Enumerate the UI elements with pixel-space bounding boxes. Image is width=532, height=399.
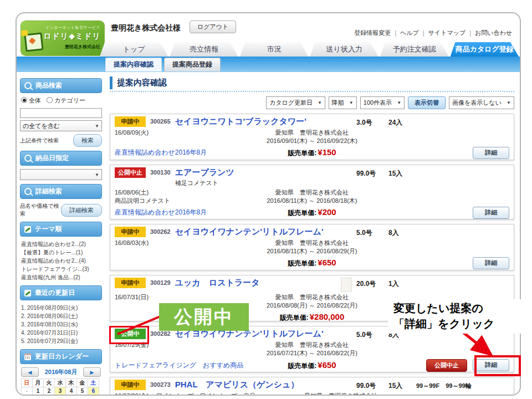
product-name-link[interactable]: セイヨウイワナンテン'リトルフレーム' xyxy=(175,329,324,338)
theme-link[interactable]: 産直情報詰め合わせ2016年8月 xyxy=(115,148,246,157)
card-buttons: 詳細 xyxy=(378,207,509,219)
header-link[interactable]: 登録情報変更 xyxy=(354,29,391,36)
recent-update-item[interactable]: 4. 2016年07月31日(日) xyxy=(21,329,102,337)
page-size-select[interactable]: 100件表示▼ xyxy=(360,96,405,109)
subtab[interactable]: 提案商品登録 xyxy=(164,58,221,71)
display-switch-button[interactable]: 表示切替 xyxy=(408,96,446,109)
tab[interactable]: 商品カタログ登録 xyxy=(451,42,519,57)
delivery-date-select[interactable]: ▼ xyxy=(20,169,102,180)
update-date: 16/08/09(火) xyxy=(115,129,149,136)
dropdown-caret-icon: ▼ xyxy=(95,124,99,129)
page-title: 提案内容確認 xyxy=(110,76,514,89)
price-label: 販売単価: xyxy=(288,362,316,370)
main-tabs: トップ売立情報市況送り状入力予約注文確認商品カタログ登録 xyxy=(100,42,519,57)
detail-button[interactable]: 詳細 xyxy=(473,207,509,219)
update-date: 16/08/06(土) xyxy=(115,189,149,196)
theme-link[interactable]: 産直情報詰め合わせ2016年8月 xyxy=(115,208,246,217)
proposal-id: 300129 xyxy=(150,278,171,286)
theme-list-item[interactable]: 産直情報詰め合わせ2...(2) xyxy=(21,240,102,248)
calendar-date-cell[interactable]: 13 xyxy=(88,395,99,396)
product-name-link[interactable]: エアープランツ xyxy=(175,167,234,177)
radio-all[interactable]: 全体 xyxy=(21,96,41,105)
stop-publication-button[interactable]: 公開中止 xyxy=(426,359,467,372)
date-note: ワインカップ ワインカップ 良品 xyxy=(150,392,255,396)
detail-button[interactable]: 詳細 xyxy=(473,147,509,159)
theme-link[interactable]: トレードフェアライジング おすすめ商品 xyxy=(115,361,246,370)
header-link[interactable]: サイトマップ xyxy=(419,29,466,36)
sale-period: 2016/08/11(木) ～ 2016/08/18(木) xyxy=(198,197,426,205)
calendar-date-cell[interactable]: 10 xyxy=(55,395,66,396)
tab[interactable]: トップ xyxy=(100,42,168,57)
product-extra-spec xyxy=(416,329,509,331)
sidebar-section-recent-updates: 最近の更新日 xyxy=(20,285,102,300)
image-mode-select[interactable]: 画像を表示しない▼ xyxy=(449,96,514,109)
calendar-date-cell[interactable]: 6 xyxy=(88,387,99,395)
recent-update-item[interactable]: 5. 2016年07月29日(金) xyxy=(21,337,102,345)
tab[interactable]: 市況 xyxy=(240,42,309,57)
unit-price: 販売単価:¥200 xyxy=(246,207,377,218)
product-extra-spec: 99～99F 99～99輪 xyxy=(416,380,509,390)
calendar-date-cell: - xyxy=(22,387,33,395)
calendar-date-cell[interactable]: 11 xyxy=(66,395,77,396)
update-date: 16/07/29(金) xyxy=(115,341,149,348)
sidebar-section-title: 詳細検索 xyxy=(35,187,62,196)
sort-order-select[interactable]: 降順▼ xyxy=(329,96,357,109)
product-name-link[interactable]: PHAL アマビリス（ゲンシュ） xyxy=(175,380,299,389)
tab[interactable]: 売立情報 xyxy=(170,42,239,57)
next-month-icon: ▶ xyxy=(90,370,94,375)
next-month-button[interactable]: ▶ xyxy=(83,367,101,377)
calendar-week-row: 78910111213 xyxy=(22,395,99,396)
product-name-link[interactable]: セイヨウニワトコ'ブラックタワー' xyxy=(175,116,306,126)
dropdown-caret-icon: ▼ xyxy=(318,100,322,105)
prev-month-button[interactable]: ◀ xyxy=(21,367,39,377)
update-date: 16/07/29(金) xyxy=(115,392,149,396)
theme-list-item[interactable]: 【厳選】夏のトレー...(1) xyxy=(21,248,102,257)
recent-update-item[interactable]: 3. 2016年08月03日(水) xyxy=(21,320,102,329)
calendar-date-cell[interactable]: 5 xyxy=(77,387,88,395)
sidebar: 商品検索 全体 カテゴリー の全てを含む▼ 上記条件で検索 検索 納品日指定 ▼ xyxy=(17,72,104,395)
calendar-date-cell[interactable]: 3 xyxy=(55,387,66,395)
calendar-date-cell[interactable]: 8 xyxy=(33,395,44,396)
theme-list-item[interactable]: 産直情報(九州 逸品...(2) xyxy=(21,273,102,282)
product-name-link[interactable]: セイヨウイワナンテン'リトルフレーム' xyxy=(175,227,324,236)
logout-button[interactable]: ログアウト xyxy=(190,21,236,33)
header-link[interactable]: お問い合わせ xyxy=(466,29,512,36)
detail-search-button[interactable]: 詳細検索 xyxy=(61,204,102,217)
search-button[interactable]: 検索 xyxy=(73,134,102,147)
theme-list-item[interactable]: 産直情報詰め合わせ2...(4) xyxy=(21,257,102,265)
recent-update-item[interactable]: 2. 2016年08月06日(土) xyxy=(21,312,102,320)
theme-list-item[interactable]: トレードフェアライジ...(3) xyxy=(21,265,102,273)
calendar-date-cell[interactable]: 1 xyxy=(33,387,44,395)
page-frame: インターネット取引サービス イロドリ◆ミドリ 豊明花き株式会社 豊明花き株式会社… xyxy=(16,12,521,396)
tab[interactable]: 予約注文確認 xyxy=(380,42,449,57)
header-link[interactable]: ヘルプ xyxy=(391,29,419,36)
keyword-input[interactable] xyxy=(20,108,102,118)
subtab[interactable]: 提案内容確認 xyxy=(105,58,162,71)
producer-location: 愛知県 豊明花き株式会社 xyxy=(198,293,426,301)
price-label: 販売単価: xyxy=(288,209,316,217)
price-value: ¥650 xyxy=(318,360,336,370)
calendar-date-cell[interactable]: 9 xyxy=(44,395,55,396)
match-type-select[interactable]: の全てを含む▼ xyxy=(20,120,102,131)
calendar-day-label: 土 xyxy=(88,379,99,387)
calendar-date-cell[interactable]: 7 xyxy=(22,395,33,396)
radio-category[interactable]: カテゴリー xyxy=(47,96,85,105)
sort-field-select[interactable]: カタログ更新日▼ xyxy=(266,96,325,109)
tab[interactable]: 送り状入力 xyxy=(310,42,379,57)
product-quantity: 15入 xyxy=(388,167,412,178)
calendar-date-cell[interactable]: 4 xyxy=(66,387,77,395)
recent-update-item[interactable]: 1. 2016年08月09日(火) xyxy=(21,304,102,312)
calendar-date-cell[interactable]: 12 xyxy=(77,395,88,396)
status-badge: 公開中止 xyxy=(115,167,146,178)
calendar-day-label: 木 xyxy=(66,379,77,387)
detail-button[interactable]: 詳細 xyxy=(473,257,509,269)
service-logo[interactable]: インターネット取引サービス イロドリ◆ミドリ 豊明花き株式会社 xyxy=(21,21,104,55)
product-size: 5.0号 xyxy=(356,227,384,238)
logo-cube-icon xyxy=(24,32,43,52)
detail-button[interactable]: 詳細 xyxy=(473,359,509,371)
calendar-day-label: 金 xyxy=(77,379,88,387)
calendar-date-cell[interactable]: 2 xyxy=(44,387,55,395)
dropdown-caret-icon: ▼ xyxy=(397,100,401,105)
product-name-link[interactable]: ユッカ ロストラータ xyxy=(175,278,260,287)
detail-button[interactable]: 詳細 xyxy=(473,311,509,321)
